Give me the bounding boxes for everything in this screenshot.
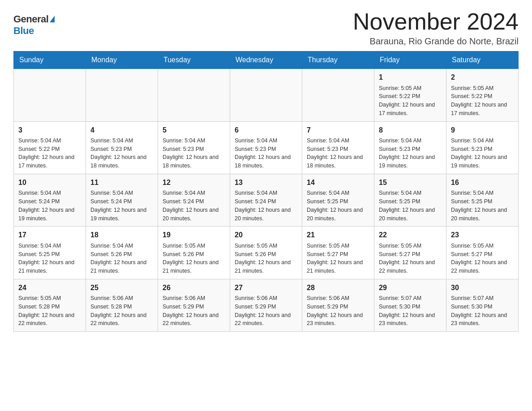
table-row: 16Sunrise: 5:04 AMSunset: 5:25 PMDayligh…	[446, 174, 519, 226]
day-number: 5	[163, 125, 225, 135]
table-row: 29Sunrise: 5:07 AMSunset: 5:30 PMDayligh…	[374, 279, 446, 331]
table-row	[86, 69, 158, 121]
page-header: General Blue November 2024 Barauna, Rio …	[13, 9, 519, 47]
table-row: 27Sunrise: 5:06 AMSunset: 5:29 PMDayligh…	[230, 279, 302, 331]
table-row: 12Sunrise: 5:04 AMSunset: 5:24 PMDayligh…	[158, 174, 230, 226]
col-tuesday: Tuesday	[158, 51, 230, 69]
table-row: 26Sunrise: 5:06 AMSunset: 5:29 PMDayligh…	[158, 279, 230, 331]
day-number: 15	[379, 178, 442, 188]
day-info: Sunrise: 5:04 AMSunset: 5:23 PMDaylight:…	[451, 137, 507, 169]
day-info: Sunrise: 5:04 AMSunset: 5:23 PMDaylight:…	[90, 137, 146, 169]
day-info: Sunrise: 5:05 AMSunset: 5:22 PMDaylight:…	[451, 85, 507, 116]
calendar-week-row: 10Sunrise: 5:04 AMSunset: 5:24 PMDayligh…	[14, 174, 519, 226]
day-number: 7	[307, 125, 369, 135]
table-row: 20Sunrise: 5:05 AMSunset: 5:26 PMDayligh…	[230, 227, 302, 279]
day-info: Sunrise: 5:04 AMSunset: 5:25 PMDaylight:…	[379, 190, 435, 221]
day-number: 26	[163, 283, 225, 293]
day-info: Sunrise: 5:04 AMSunset: 5:24 PMDaylight:…	[18, 190, 74, 221]
logo-general-text: General	[13, 13, 48, 25]
table-row: 9Sunrise: 5:04 AMSunset: 5:23 PMDaylight…	[446, 121, 519, 174]
day-number: 23	[451, 230, 514, 240]
table-row	[230, 69, 302, 121]
month-title: November 2024	[353, 9, 519, 34]
day-info: Sunrise: 5:04 AMSunset: 5:24 PMDaylight:…	[235, 190, 291, 221]
calendar-week-row: 24Sunrise: 5:05 AMSunset: 5:28 PMDayligh…	[14, 279, 519, 331]
logo-blue-text: Blue	[13, 25, 34, 37]
table-row: 15Sunrise: 5:04 AMSunset: 5:25 PMDayligh…	[374, 174, 446, 226]
table-row: 3Sunrise: 5:04 AMSunset: 5:22 PMDaylight…	[14, 121, 86, 174]
day-info: Sunrise: 5:06 AMSunset: 5:29 PMDaylight:…	[235, 295, 291, 326]
day-info: Sunrise: 5:04 AMSunset: 5:23 PMDaylight:…	[235, 137, 291, 169]
day-info: Sunrise: 5:04 AMSunset: 5:25 PMDaylight:…	[307, 190, 363, 221]
day-number: 2	[451, 73, 514, 82]
day-number: 19	[163, 230, 225, 240]
col-thursday: Thursday	[302, 51, 374, 69]
day-info: Sunrise: 5:06 AMSunset: 5:29 PMDaylight:…	[163, 295, 219, 326]
day-number: 16	[451, 178, 514, 188]
table-row: 7Sunrise: 5:04 AMSunset: 5:23 PMDaylight…	[302, 121, 374, 174]
calendar-header-row: Sunday Monday Tuesday Wednesday Thursday…	[14, 51, 519, 69]
day-info: Sunrise: 5:05 AMSunset: 5:26 PMDaylight:…	[235, 243, 291, 274]
day-number: 6	[235, 125, 297, 135]
day-number: 30	[451, 283, 514, 293]
day-info: Sunrise: 5:05 AMSunset: 5:27 PMDaylight:…	[451, 243, 507, 274]
table-row: 6Sunrise: 5:04 AMSunset: 5:23 PMDaylight…	[230, 121, 302, 174]
table-row: 8Sunrise: 5:04 AMSunset: 5:23 PMDaylight…	[374, 121, 446, 174]
day-info: Sunrise: 5:04 AMSunset: 5:24 PMDaylight:…	[163, 190, 219, 221]
day-number: 12	[163, 178, 225, 188]
day-info: Sunrise: 5:05 AMSunset: 5:27 PMDaylight:…	[379, 243, 435, 274]
day-number: 3	[18, 125, 81, 135]
table-row: 5Sunrise: 5:04 AMSunset: 5:23 PMDaylight…	[158, 121, 230, 174]
calendar-week-row: 17Sunrise: 5:04 AMSunset: 5:25 PMDayligh…	[14, 227, 519, 279]
day-number: 18	[90, 230, 153, 240]
day-info: Sunrise: 5:04 AMSunset: 5:22 PMDaylight:…	[18, 137, 74, 169]
day-info: Sunrise: 5:04 AMSunset: 5:26 PMDaylight:…	[90, 243, 146, 274]
table-row: 1Sunrise: 5:05 AMSunset: 5:22 PMDaylight…	[374, 69, 446, 121]
day-number: 20	[235, 230, 297, 240]
table-row	[14, 69, 86, 121]
day-info: Sunrise: 5:06 AMSunset: 5:28 PMDaylight:…	[90, 295, 146, 326]
table-row: 10Sunrise: 5:04 AMSunset: 5:24 PMDayligh…	[14, 174, 86, 226]
table-row: 30Sunrise: 5:07 AMSunset: 5:30 PMDayligh…	[446, 279, 519, 331]
day-number: 9	[451, 125, 514, 135]
table-row: 14Sunrise: 5:04 AMSunset: 5:25 PMDayligh…	[302, 174, 374, 226]
day-number: 4	[90, 125, 153, 135]
day-info: Sunrise: 5:04 AMSunset: 5:25 PMDaylight:…	[18, 243, 74, 274]
day-info: Sunrise: 5:06 AMSunset: 5:29 PMDaylight:…	[307, 295, 363, 326]
logo: General Blue	[13, 13, 55, 37]
day-number: 14	[307, 178, 369, 188]
day-info: Sunrise: 5:07 AMSunset: 5:30 PMDaylight:…	[379, 295, 435, 326]
calendar-week-row: 1Sunrise: 5:05 AMSunset: 5:22 PMDaylight…	[14, 69, 519, 121]
location-title: Barauna, Rio Grande do Norte, Brazil	[353, 36, 519, 47]
day-info: Sunrise: 5:04 AMSunset: 5:25 PMDaylight:…	[451, 190, 507, 221]
table-row: 17Sunrise: 5:04 AMSunset: 5:25 PMDayligh…	[14, 227, 86, 279]
table-row: 11Sunrise: 5:04 AMSunset: 5:24 PMDayligh…	[86, 174, 158, 226]
table-row: 23Sunrise: 5:05 AMSunset: 5:27 PMDayligh…	[446, 227, 519, 279]
table-row: 24Sunrise: 5:05 AMSunset: 5:28 PMDayligh…	[14, 279, 86, 331]
day-info: Sunrise: 5:04 AMSunset: 5:24 PMDaylight:…	[90, 190, 146, 221]
table-row: 22Sunrise: 5:05 AMSunset: 5:27 PMDayligh…	[374, 227, 446, 279]
calendar-week-row: 3Sunrise: 5:04 AMSunset: 5:22 PMDaylight…	[14, 121, 519, 174]
col-saturday: Saturday	[446, 51, 519, 69]
table-row: 18Sunrise: 5:04 AMSunset: 5:26 PMDayligh…	[86, 227, 158, 279]
day-info: Sunrise: 5:04 AMSunset: 5:23 PMDaylight:…	[163, 137, 219, 169]
day-info: Sunrise: 5:05 AMSunset: 5:26 PMDaylight:…	[163, 243, 219, 274]
col-wednesday: Wednesday	[230, 51, 302, 69]
day-number: 21	[307, 230, 369, 240]
table-row: 25Sunrise: 5:06 AMSunset: 5:28 PMDayligh…	[86, 279, 158, 331]
logo-triangle-icon	[50, 16, 55, 22]
day-number: 27	[235, 283, 297, 293]
day-number: 13	[235, 178, 297, 188]
table-row	[302, 69, 374, 121]
day-info: Sunrise: 5:05 AMSunset: 5:28 PMDaylight:…	[18, 295, 74, 326]
day-number: 24	[18, 283, 81, 293]
day-info: Sunrise: 5:04 AMSunset: 5:23 PMDaylight:…	[379, 137, 435, 169]
day-number: 1	[379, 73, 442, 82]
table-row: 13Sunrise: 5:04 AMSunset: 5:24 PMDayligh…	[230, 174, 302, 226]
day-info: Sunrise: 5:04 AMSunset: 5:23 PMDaylight:…	[307, 137, 363, 169]
day-number: 17	[18, 230, 81, 240]
day-number: 29	[379, 283, 442, 293]
day-info: Sunrise: 5:07 AMSunset: 5:30 PMDaylight:…	[451, 295, 507, 326]
col-monday: Monday	[86, 51, 158, 69]
col-sunday: Sunday	[14, 51, 86, 69]
